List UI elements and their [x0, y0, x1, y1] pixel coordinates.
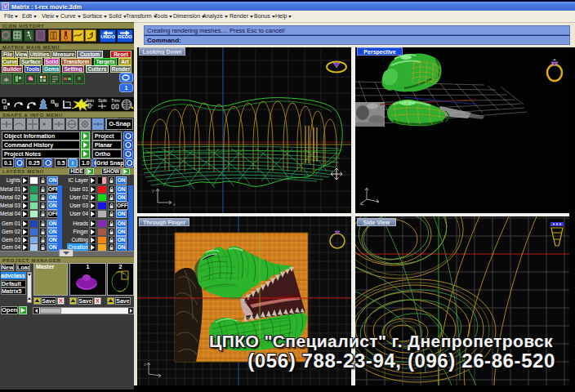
svg-text:Join: Join [86, 98, 94, 103]
svg-text:Split: Split [98, 98, 107, 103]
svg-text:Trim: Trim [111, 98, 120, 103]
svg-text:x: x [173, 202, 176, 207]
svg-text:y: y [152, 188, 154, 193]
